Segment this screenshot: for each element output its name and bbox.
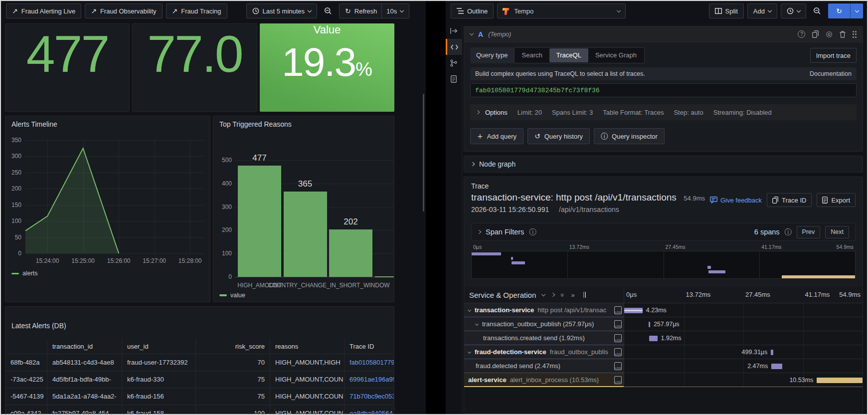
span-logs-icon[interactable]: LOG <box>614 320 622 328</box>
column-header[interactable] <box>5 339 47 354</box>
tab-service-graph[interactable]: Service Graph <box>588 48 644 62</box>
zoom-out-button[interactable] <box>321 3 336 18</box>
span-expander-icon[interactable] <box>468 350 471 354</box>
span-timeline-cell[interactable]: 257.97μs <box>624 317 863 331</box>
span-name-cell[interactable]: fraud.detected send (2.47ms)LOG <box>464 359 624 373</box>
span-name-cell[interactable]: alert-servicealert_inbox_process (10.53m… <box>464 373 624 387</box>
tab-search[interactable]: Search <box>515 48 549 62</box>
duplicate-query-icon[interactable] <box>812 30 819 38</box>
span-row[interactable]: transaction_outbox_publish (257.97μs)LOG… <box>464 317 863 331</box>
rail-item-query[interactable] <box>446 39 462 55</box>
span-logs-icon[interactable]: LOG <box>614 334 622 342</box>
trace-id-link[interactable]: ea8dba840564... <box>349 410 394 414</box>
rail-item-docs[interactable] <box>446 71 462 87</box>
span-name-cell[interactable]: transactions.created send (1.92ms)LOG <box>464 331 624 345</box>
query-row-header[interactable]: A (Tempo) ? ◎ <box>464 26 863 42</box>
collapse-one-icon[interactable] <box>541 292 545 296</box>
span-row[interactable]: fraud-detection-servicefraud_outbox_publ… <box>464 345 863 359</box>
collapse-pane-button[interactable] <box>446 23 462 39</box>
span-timeline-cell[interactable]: 499.31μs <box>624 345 863 359</box>
trace-id-button[interactable]: Trace ID <box>767 193 812 207</box>
span-filters-label[interactable]: Span Filters <box>486 228 524 236</box>
hide-response-icon[interactable]: ◎ <box>826 30 832 38</box>
node-graph-section[interactable]: Node graph <box>464 156 863 173</box>
span-duration-bar[interactable] <box>624 308 643 313</box>
bar[interactable] <box>284 192 327 277</box>
column-header[interactable]: reasons <box>270 339 345 354</box>
legend[interactable]: alerts <box>11 270 38 277</box>
span-duration-bar[interactable] <box>817 378 863 383</box>
query-history-button[interactable]: ↺ Query history <box>527 128 590 144</box>
span-duration-bar[interactable] <box>771 364 782 369</box>
bar[interactable] <box>238 166 281 277</box>
zoom-out-button[interactable] <box>810 3 825 18</box>
link-fraud-tracing[interactable]: ↗ Fraud Tracing <box>166 3 227 18</box>
panel-title[interactable]: Latest Alerts (DB) <box>11 322 66 330</box>
service-operation-header[interactable]: Service & Operation <box>469 291 536 299</box>
documentation-link[interactable]: Documentation <box>810 70 852 77</box>
column-resize-handle[interactable] <box>583 292 586 298</box>
time-picker-button[interactable] <box>781 3 806 18</box>
expand-one-icon[interactable] <box>551 293 555 297</box>
traceql-query-input[interactable]: fab0105801779d4738245b7fc73f8f36 <box>470 83 857 97</box>
span-logs-icon[interactable]: LOG <box>614 376 622 384</box>
refresh-button-group[interactable]: ↻ Refresh 10s <box>339 3 409 18</box>
span-logs-icon[interactable]: LOG <box>614 306 622 314</box>
span-row[interactable]: transactions.created send (1.92ms)LOG1.9… <box>464 331 863 345</box>
trace-id-link[interactable]: 69961ae196a95... <box>349 376 394 383</box>
give-feedback-link[interactable]: Give feedback <box>710 197 762 204</box>
export-button[interactable]: Export <box>817 193 856 207</box>
span-logs-icon[interactable]: LOG <box>614 348 622 356</box>
span-expander-icon[interactable] <box>468 308 471 312</box>
column-header[interactable]: transaction_id <box>47 339 122 354</box>
span-timeline-cell[interactable]: 1.92ms <box>624 331 863 345</box>
span-name-cell[interactable]: transaction_outbox_publish (257.97μs)LOG <box>464 317 624 331</box>
run-query-interval-dropdown[interactable] <box>850 3 863 18</box>
add-query-button[interactable]: + Add query <box>470 128 523 144</box>
add-button[interactable]: Add <box>747 3 777 18</box>
refresh-interval[interactable]: 10s <box>386 7 397 15</box>
split-button[interactable]: Split <box>709 3 744 18</box>
span-timeline-cell[interactable]: 4.23ms <box>624 303 863 317</box>
span-logs-icon[interactable]: LOG <box>614 362 622 370</box>
span-row[interactable]: fraud.detected send (2.47ms)LOG2.47ms <box>464 359 863 373</box>
outline-button[interactable]: Outline <box>451 3 494 18</box>
chevron-right-icon[interactable] <box>477 230 481 234</box>
span-name-cell[interactable]: transaction-servicehttp post /api/v1/tra… <box>464 303 624 317</box>
collapse-all-icon[interactable]: » <box>559 293 566 296</box>
span-expander-icon[interactable] <box>475 322 479 326</box>
rail-item-branch[interactable] <box>446 55 462 71</box>
legend[interactable]: value <box>219 292 245 299</box>
column-header[interactable]: Trace ID <box>345 339 394 354</box>
next-span-button[interactable]: Next <box>825 226 849 238</box>
run-query-button[interactable]: ↻ <box>828 3 863 18</box>
prev-span-button[interactable]: Prev <box>797 226 821 238</box>
help-icon[interactable]: ? <box>798 30 805 38</box>
trace-id-link[interactable]: fab0105801779... <box>349 359 394 366</box>
time-range-picker[interactable]: Last 5 minutes <box>246 3 318 18</box>
column-header[interactable]: user_id <box>122 339 196 354</box>
span-duration-bar[interactable] <box>771 350 773 355</box>
link-fraud-alerting-live[interactable]: ↗ Fraud Alerting Live <box>6 3 81 18</box>
datasource-picker[interactable]: Tempo <box>497 3 626 18</box>
query-options-toggle[interactable]: Options Limit: 20 Spans Limit: 3 Table F… <box>470 104 857 120</box>
dashboard-scrollbar[interactable] <box>423 94 424 211</box>
remove-query-icon[interactable] <box>840 31 846 38</box>
column-header[interactable]: risk_score <box>196 339 270 354</box>
span-row[interactable]: transaction-servicehttp post /api/v1/tra… <box>464 303 863 317</box>
import-trace-button[interactable]: Import trace <box>810 48 857 63</box>
span-timeline-cell[interactable]: 10.53ms <box>624 373 863 387</box>
collapse-query-icon[interactable] <box>470 31 474 35</box>
trace-id-link[interactable]: 71b70bc9ec053... <box>349 393 394 400</box>
trace-minimap[interactable] <box>471 251 856 279</box>
span-timeline-cell[interactable]: 2.47ms <box>624 359 863 373</box>
span-row[interactable]: alert-servicealert_inbox_process (10.53m… <box>464 373 863 387</box>
expand-all-icon[interactable]: » <box>571 292 574 298</box>
span-duration-bar[interactable] <box>649 336 658 341</box>
drag-handle-icon[interactable] <box>853 31 857 38</box>
query-inspector-button[interactable]: ⓘ Query inspector <box>594 128 665 144</box>
tab-traceql[interactable]: TraceQL <box>549 48 588 62</box>
span-name-cell[interactable]: fraud-detection-servicefraud_outbox_publ… <box>464 345 624 359</box>
span-duration-bar[interactable] <box>649 322 650 327</box>
link-fraud-observability[interactable]: ↗ Fraud Observability <box>85 3 162 18</box>
